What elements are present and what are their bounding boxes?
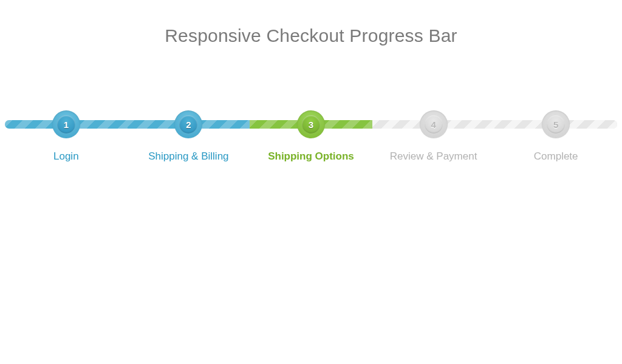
step-disc: 2: [174, 110, 202, 138]
progress-steps: 1Login2Shipping & Billing3Shipping Optio…: [5, 107, 617, 163]
progress-step-3[interactable]: 3Shipping Options: [250, 107, 372, 163]
step-number: 1: [57, 115, 75, 133]
step-label: Shipping & Billing: [148, 150, 228, 163]
step-disc: 1: [52, 110, 80, 138]
progress-step-2[interactable]: 2Shipping & Billing: [128, 107, 250, 163]
progress-step-1[interactable]: 1Login: [5, 107, 128, 163]
step-number: 3: [302, 115, 320, 133]
step-disc: 4: [420, 110, 448, 138]
step-label: Login: [53, 150, 79, 163]
step-number: 2: [179, 115, 197, 133]
checkout-progress-bar: 1Login2Shipping & Billing3Shipping Optio…: [5, 107, 617, 192]
step-disc: 5: [542, 110, 570, 138]
page-title: Responsive Checkout Progress Bar: [0, 0, 622, 46]
step-label: Review & Payment: [390, 150, 477, 163]
step-label: Complete: [534, 150, 578, 163]
progress-step-5[interactable]: 5Complete: [494, 107, 617, 163]
progress-step-4[interactable]: 4Review & Payment: [372, 107, 495, 163]
step-number: 5: [547, 115, 565, 133]
step-label: Shipping Options: [268, 150, 354, 163]
step-number: 4: [425, 115, 443, 133]
step-disc: 3: [297, 110, 325, 138]
